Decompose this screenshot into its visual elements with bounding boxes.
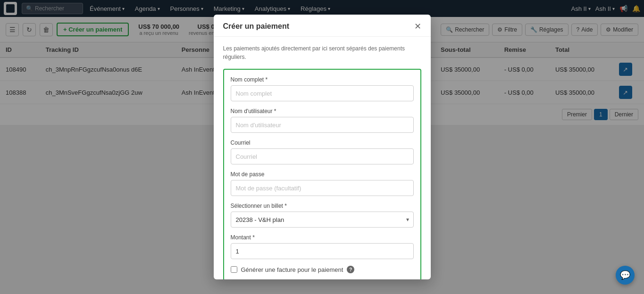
modal-info-text: Les paiements ajoutés directement par ic… xyxy=(223,44,421,61)
full-name-group: Nom complet * xyxy=(231,76,414,101)
modal-title: Créer un paiement xyxy=(223,22,289,31)
username-input[interactable] xyxy=(231,117,414,125)
modal-overlay: Créer un paiement ✕ Les paiements ajouté… xyxy=(0,0,644,125)
form-main-box: Nom complet * Nom d'utilisateur * Courri… xyxy=(223,69,421,125)
username-group: Nom d'utilisateur * xyxy=(231,108,414,125)
modal-close-button[interactable]: ✕ xyxy=(414,22,421,31)
modal-header: Créer un paiement ✕ xyxy=(214,15,431,37)
modal-body: Les paiements ajoutés directement par ic… xyxy=(214,37,431,125)
username-label: Nom d'utilisateur * xyxy=(231,108,414,114)
create-payment-modal: Créer un paiement ✕ Les paiements ajouté… xyxy=(214,15,431,125)
full-name-input[interactable] xyxy=(231,85,414,101)
full-name-label: Nom complet * xyxy=(231,76,414,83)
